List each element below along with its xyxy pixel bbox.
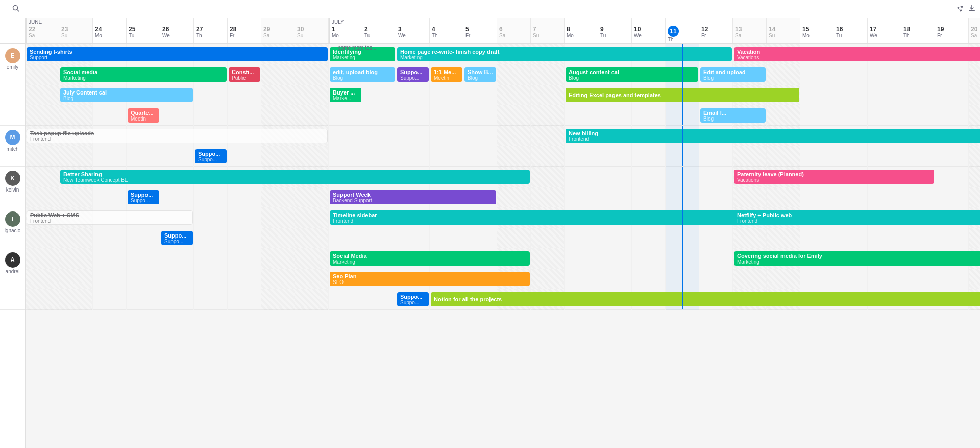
bar-sub: Frontend [569, 136, 980, 142]
gantt-cell [497, 105, 531, 126]
gantt-bar[interactable]: Support WeekBackend Support [330, 190, 496, 204]
gantt-bar[interactable]: July Content calBlog [60, 88, 193, 102]
user-group-andrei: Aandrei [0, 248, 25, 310]
gantt-bar[interactable]: Task popup file uploadsFrontend [27, 129, 328, 143]
bar-sub: Meetin [131, 116, 156, 122]
gantt-bar[interactable]: Seo PlanSEO [330, 272, 530, 286]
bar-sub: SEO [333, 279, 527, 285]
gantt-bar[interactable]: Suppo...Suppo... [195, 149, 227, 163]
gantt-group-ignacio: Public Web + CMSFrontendTimeline sidebar… [26, 207, 980, 248]
gantt-bar[interactable]: Social mediaMarketing [60, 67, 227, 82]
gantt-bar[interactable]: Quarte...Meetin [128, 108, 159, 123]
gantt-cell [26, 146, 59, 167]
bar-label: Task popup file uploads [30, 130, 324, 136]
gantt-cell [565, 269, 598, 289]
gantt-cell [531, 64, 565, 85]
gantt-cell [767, 228, 800, 248]
share-icon[interactable] [955, 4, 964, 14]
gantt-cell [261, 207, 295, 228]
gantt-bar[interactable]: Netflify + Public webFrontend [734, 210, 980, 225]
gantt-cell [93, 105, 127, 126]
date-cell-27: 27Th [194, 18, 228, 43]
avatar-emily: E [0, 44, 25, 63]
gantt-cell [329, 126, 362, 146]
gantt-bar[interactable]: Email f...Blog [700, 108, 766, 123]
gantt-cell [59, 105, 93, 126]
gantt-bar[interactable]: Suppo...Suppo... [161, 231, 193, 245]
gantt-cell [767, 269, 800, 289]
gantt-bar[interactable]: Show B...Blog [464, 67, 496, 82]
gantt-cell [26, 289, 59, 310]
gantt-bar[interactable]: Timeline sidebarFrontend [330, 210, 799, 225]
gantt-bar[interactable]: edit, upload blogBlog [330, 67, 395, 82]
date-cell-10: 10We [632, 18, 666, 43]
bar-label: Better Sharing [63, 171, 527, 177]
gantt-cell [295, 187, 329, 207]
gantt-bar[interactable]: Home page re-write- finish copy draftMar… [397, 47, 732, 61]
gantt-bar[interactable]: Suppo...Suppo... [128, 190, 159, 204]
gantt-cell [834, 228, 868, 248]
gantt-cell [362, 126, 396, 146]
gantt-cell [834, 269, 868, 289]
bar-sub: Marketing [737, 259, 980, 265]
gantt-cell [733, 146, 767, 167]
gantt-bar[interactable]: Better SharingNew Teamweek Concept BE [60, 170, 530, 184]
gantt-bar[interactable]: 1:1 Me...Meetin [431, 67, 462, 82]
avatar-ignacio: I [0, 207, 25, 227]
gantt-bar[interactable]: Sending t-shirtsSupport [27, 47, 328, 61]
search-icon[interactable] [12, 5, 19, 13]
gantt-bar[interactable]: Suppo...Suppo... [397, 67, 429, 82]
gantt-cell [127, 289, 160, 310]
gantt-cell [834, 146, 868, 167]
gantt-bar[interactable]: Social MediaMarketing [330, 251, 530, 266]
gantt-bar[interactable]: Public Web + CMSFrontend [27, 210, 193, 225]
gantt-bar[interactable]: Buyer ...Marke... [330, 88, 361, 102]
bar-sub: Blog [703, 75, 763, 81]
gantt-bar[interactable]: Paternity leave (Planned)Vacations [734, 170, 934, 184]
svg-line-1 [17, 10, 19, 12]
date-cell-16: 16Tu [834, 18, 868, 43]
gantt-cell [733, 269, 767, 289]
gantt-bar[interactable]: New billingFrontend [566, 129, 980, 143]
gantt-cell [969, 146, 980, 167]
gantt-bar[interactable]: Consti...Public [229, 67, 260, 82]
gantt-bar[interactable]: Edit and uploadBlog [700, 67, 766, 82]
date-cell-14: 14Su [767, 18, 800, 43]
gantt-cell [565, 167, 598, 187]
gantt-cell [868, 85, 901, 105]
date-cell-23: 23Su [59, 18, 93, 43]
gantt-cell [295, 105, 329, 126]
gantt-cell [93, 187, 127, 207]
gantt-cell [531, 248, 565, 269]
gantt-cell [59, 146, 93, 167]
gantt-cell [463, 85, 497, 105]
bar-sub: Blog [333, 75, 392, 81]
gantt-cell [666, 248, 699, 269]
gantt-cell [160, 105, 194, 126]
gantt-cell [228, 187, 261, 207]
gantt-bar[interactable]: VacationVacations [734, 47, 980, 61]
gantt-cell [935, 105, 969, 126]
gantt-cell [565, 248, 598, 269]
gantt-cell [295, 207, 329, 228]
gantt-bar[interactable]: August content calBlog [566, 67, 698, 82]
gantt-bar[interactable]: Notion for all the projects [431, 292, 980, 306]
bar-label: Edit and upload [703, 69, 763, 75]
gantt-cell [632, 146, 666, 167]
gantt-cell [160, 289, 194, 310]
gantt-bar[interactable]: Suppo...Suppo... [397, 292, 429, 306]
gantt-cell [531, 187, 565, 207]
download-icon[interactable] [968, 4, 976, 14]
gantt-cell [598, 146, 632, 167]
gantt-cell [632, 269, 666, 289]
gantt-cell [26, 64, 59, 85]
bar-sub: Blog [468, 75, 493, 81]
gantt-cell [194, 85, 228, 105]
gantt-bar[interactable]: Editing Excel pages and templates [566, 88, 799, 102]
gantt-cell [699, 248, 733, 269]
gantt-cell [93, 289, 127, 310]
gantt-bar[interactable]: Covering social media for EmilyMarketing [734, 251, 980, 266]
user-name-kelvin: kelvin [0, 186, 25, 194]
gantt-cell [194, 228, 228, 248]
gantt-cell [935, 187, 969, 207]
